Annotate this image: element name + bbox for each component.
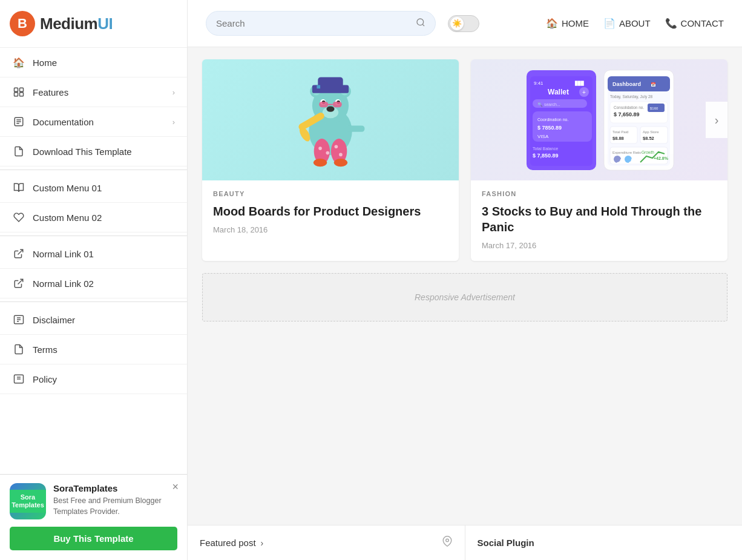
normal-link-01-icon [12,247,25,260]
search-input[interactable] [216,18,411,28]
theme-toggle-button[interactable]: ☀️ [448,15,479,32]
card-beauty: BEAUTY Mood Boards for Product Designers… [202,59,459,261]
notification-close-button[interactable]: × [172,481,179,493]
svg-point-48 [314,159,327,166]
social-plugin-label: Social Plugin [478,538,534,548]
sidebar-item-normal-link-01[interactable]: Normal Link 01 [0,239,187,269]
header-nav-about-label: ABOUT [619,18,651,28]
logo-icon: B [10,11,35,36]
svg-point-90 [445,539,448,542]
svg-point-19 [417,19,424,25]
buy-template-button[interactable]: Buy This Template [10,527,177,550]
svg-point-45 [326,151,329,155]
svg-text:Coordination no.: Coordination no. [537,117,568,122]
notification-logo: Sora Templates [10,483,46,519]
search-button[interactable] [411,18,425,29]
divider-1 [0,170,187,170]
svg-text:$ 7,850.89: $ 7,850.89 [533,153,559,159]
svg-point-49 [334,159,348,166]
svg-rect-0 [15,88,18,91]
toggle-knob: ☀️ [450,17,464,30]
svg-text:$8.52: $8.52 [643,136,654,141]
sidebar-item-custom-menu-02-label: Custom Menu 02 [33,212,102,223]
policy-icon [12,372,25,386]
card-fashion-date: March 17, 2016 [482,241,717,250]
svg-text:$ 7,650.89: $ 7,650.89 [614,111,640,117]
sidebar-item-normal-link-02[interactable]: Normal Link 02 [0,269,187,298]
svg-text:Today, Saturday, July 28: Today, Saturday, July 28 [610,94,653,99]
sidebar-item-custom-menu-01[interactable]: Custom Menu 01 [0,173,187,203]
featured-post-pin-icon [442,536,453,550]
svg-point-47 [339,153,343,157]
features-icon [12,85,25,99]
logo-text: MediumUI [40,15,113,33]
custom-menu-01-icon [12,181,25,194]
svg-point-28 [326,106,334,111]
card-beauty-category: BEAUTY [213,190,448,197]
svg-text:9:41: 9:41 [534,81,543,86]
sidebar-item-home[interactable]: 🏠 Home [0,48,187,77]
svg-text:Wallet: Wallet [548,88,569,96]
sidebar-item-custom-menu-02[interactable]: Custom Menu 02 [0,203,187,232]
card-fashion-title[interactable]: 3 Stocks to Buy and Hold Through the Pan… [482,203,717,235]
custom-menu-02-icon [12,211,25,224]
sidebar-item-disclaimer[interactable]: Disclaimer [0,305,187,335]
sidebar-nav: 🏠 Home Features › Documentation › [0,48,187,535]
svg-text:▉▉▉: ▉▉▉ [574,81,584,86]
svg-rect-37 [318,77,343,88]
card-beauty-body: BEAUTY Mood Boards for Product Designers… [202,180,459,245]
svg-text:Total Paid: Total Paid [612,130,628,134]
featured-post-bar[interactable]: Featured post › [188,525,465,560]
notification-description: Best Free and Premium Blogger Templates … [53,496,177,517]
svg-line-8 [18,249,23,254]
logo-area: B MediumUI [0,0,187,48]
notification-popup: × Sora Templates SoraTemplates Best Free… [0,474,187,560]
divider-3 [0,301,187,302]
header-nav-home[interactable]: 🏠 HOME [546,18,589,29]
ad-banner: Responsive Advertisement [202,273,727,321]
header-nav-about[interactable]: 📄 ABOUT [603,18,651,29]
card-beauty-image [202,59,459,180]
svg-rect-34 [333,102,342,107]
card-beauty-title[interactable]: Mood Boards for Product Designers [213,203,448,219]
header-nav: 🏠 HOME 📄 ABOUT 📞 CONTACT [546,18,724,29]
sidebar-item-terms[interactable]: Terms [0,335,187,364]
header-nav-contact[interactable]: 📞 CONTACT [665,18,724,29]
social-plugin-bar: Social Plugin [465,525,743,560]
svg-text:🔍 search...: 🔍 search... [537,102,560,107]
svg-rect-41 [345,125,365,131]
ad-banner-text: Responsive Advertisement [415,292,515,302]
svg-line-9 [18,279,23,284]
sidebar-item-policy[interactable]: Policy [0,364,187,394]
search-wrapper [206,11,436,36]
logo-ui: UI [97,15,113,33]
contact-nav-icon: 📞 [665,18,677,29]
svg-point-44 [318,147,322,150]
card-beauty-date: March 18, 2016 [213,225,448,234]
notification-content: Sora Templates SoraTemplates Best Free a… [10,483,177,519]
bear-svg [288,71,373,168]
sidebar-item-documentation[interactable]: Documentation › [0,107,187,137]
featured-post-arrow-icon: › [261,538,264,548]
svg-text:Consolidation no.: Consolidation no. [614,105,644,110]
svg-text:📅: 📅 [651,82,656,87]
notification-logo-inner: Sora Templates [10,490,46,513]
carousel-next-button[interactable]: › [706,102,727,138]
sidebar-item-normal-link-01-label: Normal Link 01 [33,249,94,259]
header-nav-contact-label: CONTACT [681,18,724,28]
sidebar-item-policy-label: Policy [33,374,57,384]
svg-text:VISA: VISA [537,134,549,139]
home-icon: 🏠 [12,56,25,69]
svg-rect-38 [317,85,320,89]
sidebar-item-features[interactable]: Features › [0,77,187,107]
sidebar-item-features-label: Features [33,87,68,97]
svg-text:+: + [582,89,586,96]
sidebar-item-terms-label: Terms [33,344,57,355]
notification-text: SoraTemplates Best Free and Premium Blog… [53,483,177,517]
normal-link-02-icon [12,277,25,290]
svg-text:+42.8%: +42.8% [654,156,669,160]
svg-rect-1 [20,88,24,91]
sidebar-item-download[interactable]: Download This Template [0,137,187,166]
logo-medium: Medium [40,15,97,33]
svg-rect-33 [319,102,328,107]
